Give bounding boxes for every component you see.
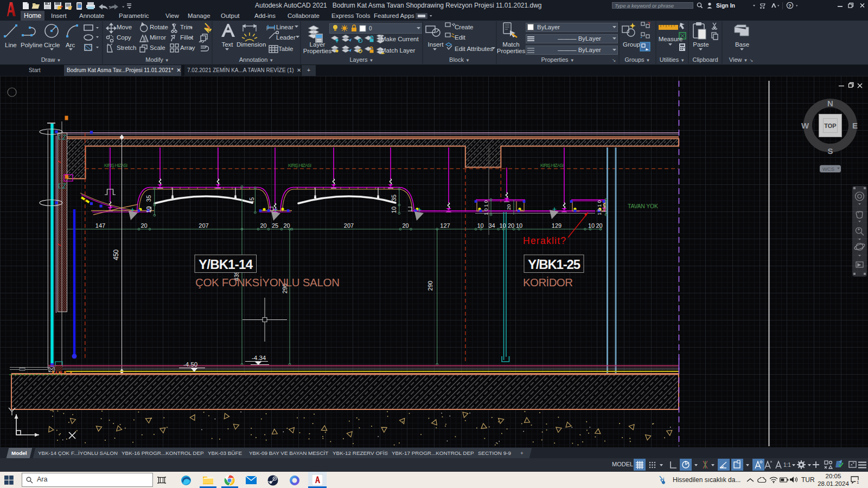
svg-text:129: 129 — [552, 222, 561, 229]
svg-text:N: N — [827, 99, 833, 108]
svg-text:20: 20 — [283, 222, 290, 229]
svg-text:20: 20 — [508, 222, 514, 229]
svg-text:10: 10 — [499, 222, 506, 229]
svg-text:TOP: TOP — [824, 123, 836, 129]
svg-text:35: 35 — [391, 195, 397, 201]
svg-text:20: 20 — [596, 222, 602, 229]
svg-text:1 0 1 0: 1 0 1 0 — [483, 200, 489, 215]
svg-text:450: 450 — [112, 249, 120, 260]
svg-text:147: 147 — [95, 222, 105, 229]
svg-text:10: 10 — [145, 206, 152, 213]
svg-text:Y/BK1-25: Y/BK1-25 — [528, 257, 580, 272]
svg-text:0: 0 — [369, 25, 372, 31]
svg-text:TAVAN YOK: TAVAN YOK — [628, 203, 658, 209]
svg-text:?: ? — [788, 3, 792, 9]
svg-text:290: 290 — [427, 281, 433, 291]
svg-text:1: 1 — [857, 480, 859, 484]
svg-text:207: 207 — [199, 222, 208, 229]
svg-text:127: 127 — [440, 222, 450, 229]
svg-text:20: 20 — [506, 204, 512, 210]
svg-text:E: E — [852, 121, 858, 130]
svg-text:1:1: 1:1 — [783, 462, 791, 468]
svg-text:10: 10 — [588, 222, 595, 229]
svg-text:ÇOK FONKSİYONLU SALON: ÇOK FONKSİYONLU SALON — [195, 276, 340, 288]
svg-text:45: 45 — [248, 197, 255, 204]
svg-text:20: 20 — [141, 222, 147, 229]
svg-text:20: 20 — [402, 222, 409, 229]
svg-text:25: 25 — [272, 222, 278, 229]
svg-text:WCS: WCS — [822, 166, 834, 172]
svg-text:W: W — [801, 121, 809, 130]
svg-text:20: 20 — [260, 222, 266, 229]
svg-text:207: 207 — [344, 222, 354, 229]
svg-text:KIRIŞ HIZASI: KIRIŞ HIZASI — [288, 163, 311, 168]
svg-text:35: 35 — [145, 195, 152, 202]
svg-text:KORİDOR: KORİDOR — [523, 276, 573, 288]
svg-text:Sign In: Sign In — [716, 2, 735, 9]
svg-text:Heraklit?: Heraklit? — [523, 235, 566, 246]
svg-text:-4.50: -4.50 — [183, 361, 197, 368]
svg-text:34: 34 — [488, 222, 495, 229]
svg-text:1 0 1 0: 1 0 1 0 — [597, 200, 602, 215]
svg-text:KIRIŞ HIZASI: KIRIŞ HIZASI — [104, 163, 127, 168]
svg-text:KIRIŞ HIZASI: KIRIŞ HIZASI — [540, 163, 564, 168]
svg-text:10: 10 — [477, 222, 483, 229]
svg-text:-4.34: -4.34 — [252, 355, 266, 361]
svg-text:10: 10 — [391, 207, 397, 213]
svg-text:S: S — [827, 146, 833, 156]
svg-text:10: 10 — [516, 222, 522, 229]
svg-text:Y/BK1-14: Y/BK1-14 — [199, 257, 253, 272]
